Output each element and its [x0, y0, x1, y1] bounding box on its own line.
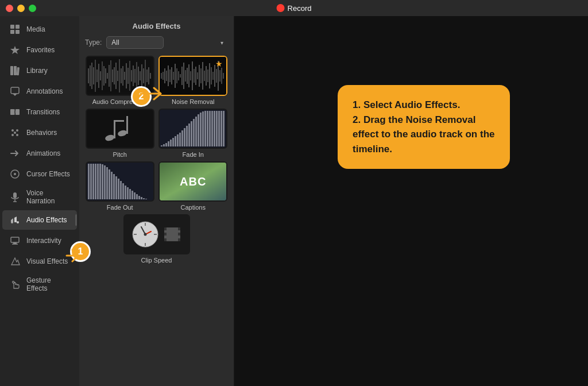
cursor-effects-label: Cursor Effects	[26, 170, 70, 178]
svg-rect-48	[122, 66, 123, 86]
pitch-label: Pitch	[113, 151, 127, 158]
minimize-button[interactable]	[17, 5, 25, 12]
svg-rect-80	[185, 70, 186, 82]
svg-rect-68	[164, 68, 165, 83]
svg-rect-59	[141, 64, 142, 87]
effect-captions[interactable]: ABC Captions	[158, 161, 229, 211]
svg-rect-29	[90, 65, 91, 86]
svg-rect-83	[190, 71, 191, 80]
svg-rect-53	[131, 70, 132, 82]
animations-icon	[9, 148, 21, 159]
sidebar-item-behaviors[interactable]: Behaviors	[2, 123, 77, 142]
audio-effects-icon	[9, 214, 21, 226]
svg-rect-51	[127, 68, 129, 84]
svg-rect-79	[183, 63, 184, 89]
fade-out-label: Fade Out	[107, 204, 133, 211]
svg-rect-94	[209, 63, 210, 88]
svg-rect-56	[136, 62, 137, 90]
sidebar-item-voice-narration[interactable]: Voice Narration	[2, 185, 77, 209]
svg-rect-32	[95, 60, 96, 92]
sidebar-item-gesture-effects[interactable]: Gesture Effects	[2, 272, 77, 296]
sidebar-item-favorites[interactable]: Favorites	[2, 40, 77, 60]
behaviors-label: Behaviors	[26, 129, 57, 137]
svg-rect-78	[181, 67, 183, 85]
svg-point-103	[105, 134, 115, 142]
audio-effects-label: Audio Effects	[26, 216, 67, 224]
svg-rect-91	[204, 71, 205, 81]
svg-rect-95	[211, 67, 212, 84]
voice-narration-label: Voice Narration	[26, 189, 70, 205]
effect-fade-out[interactable]: Fade Out	[85, 161, 155, 211]
animations-label: Animations	[26, 149, 60, 157]
visual-effects-icon	[9, 256, 21, 267]
svg-rect-33	[96, 70, 98, 82]
effect-fade-in[interactable]: Fade In	[158, 109, 229, 158]
svg-rect-42	[112, 70, 113, 82]
sidebar-item-library[interactable]: Library	[2, 61, 77, 80]
svg-rect-2	[10, 30, 14, 34]
type-label: Type:	[85, 38, 102, 47]
svg-rect-81	[187, 68, 188, 84]
fade-in-label: Fade In	[183, 151, 204, 158]
svg-rect-180	[178, 227, 180, 230]
svg-rect-182	[178, 238, 180, 241]
tooltip-line1: 1. Select Audio Effects.	[353, 99, 460, 110]
sidebar-item-transitions[interactable]: Transitions	[2, 102, 77, 122]
svg-rect-43	[114, 67, 115, 84]
sidebar-item-media[interactable]: Media	[2, 20, 77, 39]
svg-rect-36	[102, 61, 103, 90]
svg-rect-54	[133, 65, 134, 86]
svg-rect-93	[207, 70, 208, 82]
svg-rect-85	[194, 69, 195, 83]
main-container: Media Favorites Library	[0, 16, 588, 386]
svg-rect-37	[103, 66, 105, 86]
svg-rect-40	[109, 65, 110, 87]
titlebar: Record	[0, 0, 588, 16]
captions-thumb: ABC	[158, 161, 227, 202]
voice-narration-icon	[9, 191, 21, 203]
svg-rect-49	[124, 72, 125, 80]
svg-rect-66	[161, 73, 162, 79]
pitch-thumb	[86, 109, 154, 149]
preview-area: 1. Select Audio Effects. 2. Drag the Noi…	[234, 16, 588, 386]
svg-rect-58	[140, 71, 141, 80]
transitions-label: Transitions	[26, 108, 60, 116]
sidebar-item-annotations[interactable]: Annotations	[2, 82, 77, 101]
svg-rect-86	[195, 67, 196, 85]
svg-rect-92	[206, 66, 207, 86]
svg-rect-96	[212, 72, 214, 80]
sidebar-item-cursor-effects[interactable]: Cursor Effects	[2, 164, 77, 184]
type-row: Type: All Favorites EQ Noise Removal	[85, 36, 228, 49]
svg-rect-107	[126, 116, 128, 134]
transitions-icon	[9, 106, 21, 118]
svg-rect-102	[223, 73, 224, 79]
maximize-button[interactable]	[29, 5, 36, 12]
clip-speed-label: Clip Speed	[141, 257, 172, 264]
svg-rect-98	[216, 69, 217, 83]
sidebar-item-animations[interactable]: Animations	[2, 144, 77, 163]
svg-point-22	[17, 221, 19, 223]
svg-rect-3	[16, 30, 20, 34]
effects-panel-title: Audio Effects	[85, 22, 228, 30]
effect-clip-speed[interactable]: Clip Speed	[85, 214, 228, 264]
interactivity-label: Interactivity	[26, 237, 61, 245]
noise-removal-arrow	[138, 85, 167, 102]
effect-pitch[interactable]: Pitch	[85, 109, 155, 158]
sidebar: Media Favorites Library	[0, 16, 79, 386]
svg-rect-45	[117, 71, 118, 81]
svg-point-23	[11, 221, 13, 223]
sidebar-item-audio-effects[interactable]: Audio Effects	[2, 210, 77, 230]
favorites-icon	[9, 44, 21, 56]
record-button[interactable]: Record	[277, 4, 312, 13]
svg-rect-28	[88, 68, 89, 83]
svg-point-175	[144, 233, 146, 236]
cursor-effects-icon	[9, 168, 21, 180]
svg-marker-9	[13, 94, 17, 96]
svg-rect-165	[87, 163, 153, 200]
svg-rect-179	[164, 238, 167, 241]
close-button[interactable]	[6, 5, 13, 12]
record-icon	[277, 4, 285, 12]
svg-rect-72	[171, 67, 172, 84]
effect-noise-removal[interactable]: ★	[158, 56, 229, 105]
type-select[interactable]: All Favorites EQ Noise Removal	[106, 36, 164, 49]
